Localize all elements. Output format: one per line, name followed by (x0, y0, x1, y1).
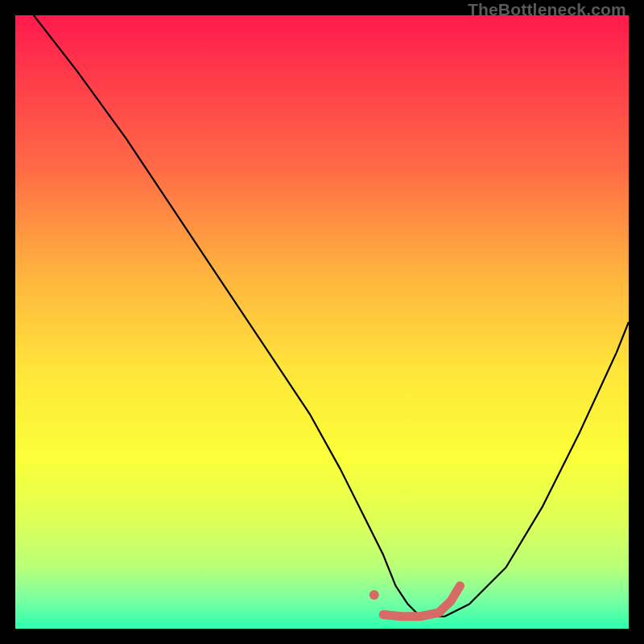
plot-area (15, 15, 629, 629)
gradient-background (15, 15, 629, 629)
watermark-text: TheBottleneck.com (468, 0, 626, 19)
chart-svg (15, 15, 629, 629)
chart-container: TheBottleneck.com (0, 0, 644, 644)
optimal-zone-dot (369, 590, 379, 600)
